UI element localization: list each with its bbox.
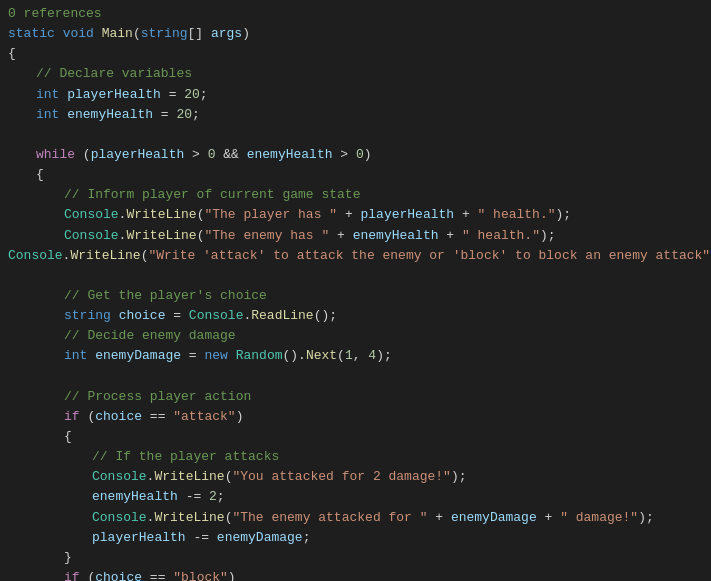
code-line-11: Console.WriteLine("The enemy has " + ene… [0,226,711,246]
code-line-13 [0,266,711,286]
code-line-19: // Process player action [0,387,711,407]
code-line-26: playerHealth -= enemyDamage; [0,528,711,548]
references-text: 0 references [8,4,102,24]
code-line-20: if (choice == "attack") [0,407,711,427]
code-line-3: // Declare variables [0,64,711,84]
code-line-4: int playerHealth = 20; [0,85,711,105]
code-line-21: { [0,427,711,447]
code-line-12: Console.WriteLine("Write 'attack' to att… [0,246,711,266]
code-line-9: // Inform player of current game state [0,185,711,205]
code-line-25: Console.WriteLine("The enemy attacked fo… [0,508,711,528]
code-line-18 [0,367,711,387]
code-line-23: Console.WriteLine("You attacked for 2 da… [0,467,711,487]
code-line-17: int enemyDamage = new Random().Next(1, 4… [0,346,711,366]
code-line-28: if (choice == "block") [0,568,711,581]
code-line-5: int enemyHealth = 20; [0,105,711,125]
code-line-7: while (playerHealth > 0 && enemyHealth >… [0,145,711,165]
code-line-8: { [0,165,711,185]
code-line-24: enemyHealth -= 2; [0,487,711,507]
code-editor: 0 references static void Main(string[] a… [0,0,711,581]
code-line-22: // If the player attacks [0,447,711,467]
code-line-14: // Get the player's choice [0,286,711,306]
code-line-1: static void Main(string[] args) [0,24,711,44]
code-line-10: Console.WriteLine("The player has " + pl… [0,205,711,225]
code-line-16: // Decide enemy damage [0,326,711,346]
references-line: 0 references [0,4,711,24]
code-line-27: } [0,548,711,568]
code-line-6 [0,125,711,145]
code-line-15: string choice = Console.ReadLine(); [0,306,711,326]
code-line-2: { [0,44,711,64]
